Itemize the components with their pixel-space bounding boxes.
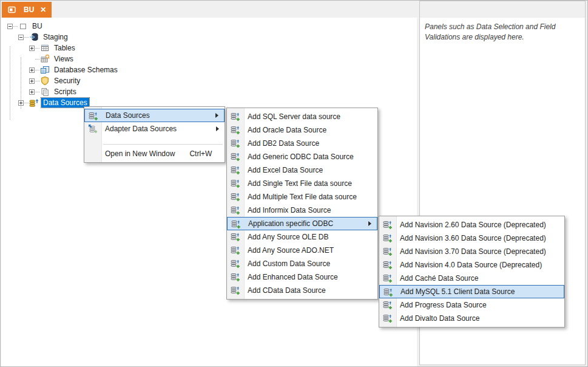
menu-item-add-custom-data-source[interactable]: Add Custom Data Source: [227, 257, 377, 270]
add-datasource-icon: [231, 165, 240, 175]
tree-expand-plus-icon[interactable]: [18, 100, 24, 106]
menu-item-label: Add Any Source OLE DB: [248, 233, 328, 241]
tree-expand-plus-icon[interactable]: [29, 46, 35, 51]
add-datasource-icon: [231, 192, 240, 202]
tab-bar: BU ✕: [1, 1, 417, 18]
menu-item-label: Add Any Source ADO.NET: [248, 246, 334, 255]
window-icon: [7, 5, 17, 15]
menu-item-label: Data Sources: [106, 111, 150, 120]
add-datasource-icon: [231, 219, 241, 229]
menu-item-label: Open in New Window: [105, 149, 175, 158]
side-panel-text: Panels such as Data Selection and Field …: [420, 18, 585, 47]
add-datasource-icon: [231, 112, 240, 122]
tree-expand-plus-icon[interactable]: [29, 78, 35, 84]
tab-label: BU: [24, 5, 34, 14]
tree-connector: [35, 70, 39, 70]
tree-item-staging[interactable]: Staging: [41, 32, 70, 42]
menu-item-add-enhanced-data-source[interactable]: Add Enhanced Data Source: [227, 270, 377, 284]
menu-item-add-db2-data-source[interactable]: Add DB2 Data Source: [227, 137, 377, 150]
menu-item-add-cach-data-source[interactable]: Add Caché Data Source: [379, 272, 564, 285]
menu-item-data-sources[interactable]: Data Sources: [84, 109, 225, 122]
submenu-arrow-icon: [216, 126, 219, 131]
menu-item-application-specific-odbc[interactable]: Application specific ODBC: [227, 217, 377, 230]
menu-item-label: Add Divalto Data Source: [400, 314, 479, 323]
tree-connector: [35, 81, 39, 81]
tree-expand-plus-icon[interactable]: [29, 89, 35, 95]
schemas-icon: [40, 65, 50, 75]
menu-item-label: Add DB2 Data Source: [248, 139, 319, 148]
menu-item-add-navision-3-70-data-source-deprecated[interactable]: Add Navision 3.70 Data Source (Deprecate…: [379, 245, 564, 258]
menu-item-label: Add Custom Data Source: [248, 259, 330, 268]
tree-connector: [35, 59, 39, 60]
menu-item-label: Add Informix Data Source: [248, 206, 331, 214]
tree-item-security[interactable]: Security: [52, 76, 82, 86]
add-datasource-icon: [383, 260, 393, 270]
add-datasource-icon: [383, 233, 393, 243]
tables-icon: [40, 43, 50, 53]
tab-bu[interactable]: BU ✕: [2, 2, 52, 18]
tree-expand-minus-icon[interactable]: [18, 35, 24, 40]
add-datasource-icon: [231, 152, 240, 162]
tree-row-tables: Tables: [1, 43, 417, 53]
tree-row-staging: Staging: [1, 32, 417, 43]
tree-row-views: Views: [1, 53, 417, 64]
tree-item-views[interactable]: Views: [52, 54, 75, 64]
menu-item-label: Add Generic ODBC Data Source: [248, 153, 354, 161]
add-datasource-icon: [383, 314, 393, 323]
menu-item-label: Adapter Data Sources: [105, 125, 177, 133]
menu-item-add-navision-3-60-data-source-deprecated[interactable]: Add Navision 3.60 Data Source (Deprecate…: [379, 232, 564, 245]
menu-item-add-progress-data-source[interactable]: Add Progress Data Source: [379, 298, 564, 312]
scripts-icon: [40, 87, 50, 97]
add-datasource-icon: [231, 205, 240, 215]
menu-item-add-cdata-data-source[interactable]: Add CData Data Source: [227, 284, 377, 297]
menu-item-adapter-data-sources[interactable]: Adapter Data Sources: [84, 122, 225, 135]
menu-item-add-oracle-data-source[interactable]: Add Oracle Data Source: [227, 123, 377, 137]
node-icon: [18, 21, 28, 31]
menu-item-label: Add Navision 3.70 Data Source (Deprecate…: [400, 247, 546, 256]
application-window: BU ✕ BUStagingTablesViewsDatabase Schema…: [0, 0, 588, 367]
menu-item-add-navision-2-60-data-source-deprecated[interactable]: Add Navision 2.60 Data Source (Deprecate…: [379, 218, 564, 232]
menu-item-label: Add CData Data Source: [248, 286, 326, 295]
tab-close-icon[interactable]: ✕: [40, 6, 46, 13]
menu-item-add-single-text-file-data-source[interactable]: Add Single Text File data source: [227, 177, 377, 190]
menu-item-label: Add MySQL 5.1 Client Data Source: [400, 287, 515, 296]
add-datasource-icon: [231, 259, 240, 269]
submenu-arrow-icon: [215, 113, 218, 118]
add-datasource-icon: [231, 125, 240, 135]
add-datasource-icon: [231, 139, 240, 148]
add-datasource-icon: [383, 300, 393, 310]
menu-item-add-sql-server-data-source[interactable]: Add SQL Server data source: [227, 110, 377, 123]
menu-item-label: Add Multiple Text File data source: [248, 193, 357, 201]
menu-item-add-any-source-ado-net[interactable]: Add Any Source ADO.NET: [227, 244, 377, 257]
tree-item-scripts[interactable]: Scripts: [52, 87, 78, 97]
data-sources-submenu: Add SQL Server data sourceAdd Oracle Dat…: [226, 108, 378, 300]
menu-item-add-generic-odbc-data-source[interactable]: Add Generic ODBC Data Source: [227, 150, 377, 163]
menu-item-label: Add Single Text File data source: [248, 179, 352, 188]
menu-item-label: Add Navision 4.0 Data Source (Deprecated…: [400, 261, 542, 269]
tree-connector: [35, 48, 39, 49]
menu-item-add-navision-4-0-data-source-deprecated[interactable]: Add Navision 4.0 Data Source (Deprecated…: [379, 258, 564, 272]
menu-item-add-mysql-5-1-client-data-source[interactable]: Add MySQL 5.1 Client Data Source: [379, 285, 564, 298]
add-datasource-icon: [231, 232, 240, 242]
menu-item-add-divalto-data-source[interactable]: Add Divalto Data Source: [379, 312, 564, 325]
menu-item-label: Add Excel Data Source: [248, 166, 323, 174]
tree-expand-minus-icon[interactable]: [7, 24, 13, 29]
tree-item-bu[interactable]: BU: [30, 21, 44, 31]
tree-item-data-sources[interactable]: Data Sources: [41, 98, 89, 108]
menu-item-open-in-new-window[interactable]: Open in New WindowCtrl+W: [84, 147, 225, 160]
tree-row-database-schemas: Database Schemas: [1, 64, 417, 75]
views-icon: [40, 54, 50, 64]
tree-item-database-schemas[interactable]: Database Schemas: [52, 65, 120, 75]
application-specific-odbc-submenu: Add Navision 2.60 Data Source (Deprecate…: [379, 216, 565, 328]
menu-item-label: Add Caché Data Source: [400, 274, 478, 283]
menu-item-add-multiple-text-file-data-source[interactable]: Add Multiple Text File data source: [227, 190, 377, 204]
menu-item-add-any-source-ole-db[interactable]: Add Any Source OLE DB: [227, 230, 377, 244]
menu-item-add-informix-data-source[interactable]: Add Informix Data Source: [227, 204, 377, 217]
tree-expand-plus-icon[interactable]: [29, 67, 35, 73]
tree-item-tables[interactable]: Tables: [52, 43, 77, 53]
add-datasource-icon: [383, 247, 393, 256]
menu-item-add-excel-data-source[interactable]: Add Excel Data Source: [227, 163, 377, 177]
add-datasource-icon: [231, 272, 240, 282]
add-datasource-icon: [384, 287, 393, 297]
menu-shortcut: Ctrl+W: [175, 149, 212, 158]
